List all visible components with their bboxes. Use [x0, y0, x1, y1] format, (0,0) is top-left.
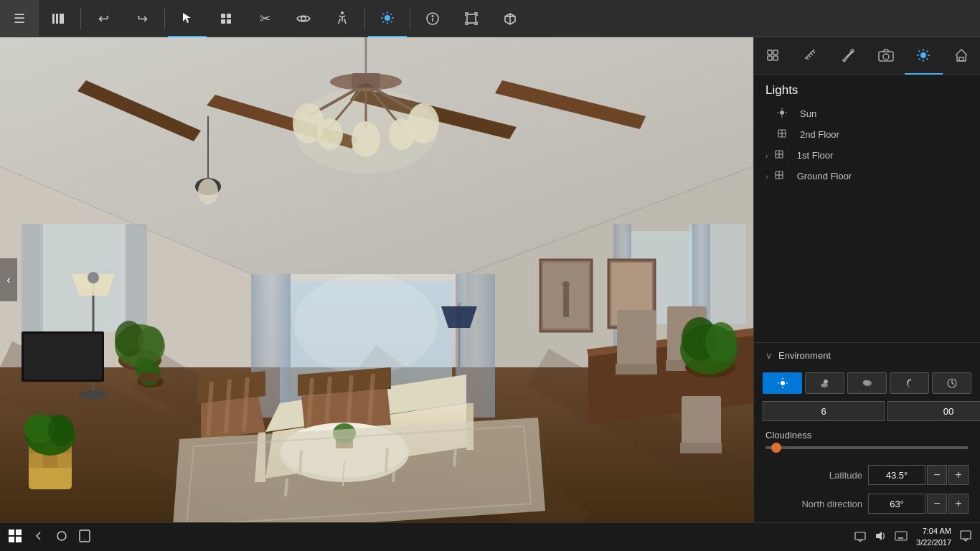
svg-rect-197	[961, 531, 971, 539]
time-hour-input[interactable]	[763, 401, 885, 421]
time-minute-input[interactable]	[887, 401, 980, 421]
svg-rect-181	[16, 537, 22, 542]
north-direction-input[interactable]	[868, 494, 925, 514]
svg-line-148	[927, 58, 928, 60]
keyboard-icon[interactable]	[895, 531, 908, 543]
time-input-row	[754, 398, 980, 424]
svg-rect-0	[52, 14, 55, 24]
env-chevron: ∨	[765, 350, 773, 361]
fullscreen-icon[interactable]	[452, 0, 491, 37]
panel-camera-icon[interactable]	[867, 37, 905, 75]
time-btn-clock[interactable]	[932, 372, 971, 394]
scissors-icon[interactable]: ✂	[245, 0, 284, 37]
svg-marker-3	[183, 13, 191, 23]
eye-icon[interactable]	[284, 0, 323, 37]
latitude-row: Latitude − +	[754, 461, 980, 489]
svg-rect-122	[616, 364, 657, 375]
cloudiness-label: Cloudiness	[765, 430, 969, 441]
svg-point-174	[863, 380, 869, 385]
system-clock[interactable]: 7:04 AM 3/22/2017	[916, 526, 951, 548]
svg-rect-7	[227, 19, 231, 24]
svg-line-15	[383, 13, 385, 14]
svg-rect-5	[227, 14, 231, 18]
light-item-sun[interactable]: Sun	[754, 103, 980, 124]
environment-header[interactable]: ∨ Environment	[754, 343, 980, 368]
taskbar-left	[0, 529, 99, 545]
floor-light-icon-2	[777, 128, 787, 141]
light-item-1st-floor[interactable]: › 1st Floor	[754, 145, 980, 166]
time-btn-night[interactable]	[890, 372, 929, 394]
floor-light-icon-ground	[774, 170, 784, 182]
latitude-plus-button[interactable]: +	[948, 465, 969, 485]
viewport[interactable]: ‹	[0, 37, 753, 522]
notifications-icon[interactable]	[854, 530, 866, 544]
cloudiness-slider-track[interactable]	[765, 446, 969, 449]
sun-light-icon	[777, 108, 787, 120]
panel-sun-icon[interactable]	[905, 37, 943, 75]
top-toolbar: ☰ ↩ ↪ ✂	[0, 0, 980, 37]
svg-rect-137	[768, 56, 772, 60]
light-item-ground-floor[interactable]: › Ground Floor	[754, 166, 980, 187]
svg-rect-125	[682, 396, 721, 446]
left-nav-arrow[interactable]: ‹	[0, 258, 17, 301]
north-direction-minus-button[interactable]: −	[927, 494, 947, 514]
menu-icon[interactable]: ☰	[0, 0, 39, 37]
expand-arrow-1st: ›	[765, 151, 768, 160]
svg-rect-1	[56, 14, 58, 24]
svg-rect-178	[9, 529, 14, 535]
north-direction-plus-button[interactable]: +	[948, 494, 969, 514]
svg-point-73	[562, 281, 570, 288]
svg-point-67	[88, 272, 99, 283]
action-center-icon[interactable]	[960, 530, 971, 544]
time-btn-cloudy[interactable]	[847, 372, 887, 394]
svg-point-60	[294, 88, 438, 174]
panel-home-icon[interactable]	[943, 37, 981, 75]
latitude-minus-button[interactable]: −	[927, 465, 947, 485]
cube-icon[interactable]	[491, 0, 529, 37]
select-icon[interactable]	[168, 0, 207, 37]
light-item-2nd-floor[interactable]: 2nd Floor	[754, 124, 980, 145]
svg-line-150	[919, 58, 920, 60]
2nd-floor-label: 2nd Floor	[800, 129, 839, 140]
toolbar-sep-1	[80, 8, 81, 29]
latitude-input[interactable]	[868, 465, 925, 485]
undo-icon[interactable]: ↩	[84, 0, 123, 37]
panel-tools-icon[interactable]	[754, 37, 792, 75]
svg-line-147	[919, 50, 920, 52]
svg-rect-180	[9, 537, 14, 542]
library-icon[interactable]	[39, 0, 77, 37]
right-panel: Lights Sun 2nd Floor ›	[753, 37, 980, 522]
back-button[interactable]	[33, 530, 44, 545]
volume-icon[interactable]	[875, 530, 886, 544]
room-scene	[0, 37, 753, 522]
cloudiness-thumb[interactable]	[771, 443, 781, 453]
start-button[interactable]	[9, 529, 22, 545]
sun-toolbar-icon[interactable]	[368, 0, 407, 37]
toolbar-sep-2	[164, 8, 165, 29]
svg-point-141	[883, 54, 889, 60]
svg-point-93	[48, 415, 74, 446]
circle-button[interactable]	[56, 530, 67, 545]
sun-light-label: Sun	[800, 108, 816, 119]
svg-line-16	[391, 21, 392, 22]
svg-rect-136	[773, 50, 778, 55]
panel-spacer	[754, 187, 980, 342]
svg-rect-121	[617, 310, 656, 367]
north-direction-label: North direction	[765, 499, 862, 509]
panel-measure-icon[interactable]	[792, 37, 830, 75]
panel-paint-icon[interactable]	[829, 37, 867, 75]
objects-icon[interactable]	[207, 0, 245, 37]
svg-point-142	[920, 52, 926, 58]
environment-label: Environment	[778, 350, 831, 361]
redo-icon[interactable]: ↪	[123, 0, 161, 37]
time-preset-buttons	[754, 368, 980, 398]
svg-rect-135	[768, 50, 772, 55]
latitude-label: Latitude	[765, 470, 862, 481]
time-btn-partly-cloudy[interactable]	[805, 372, 844, 394]
clock-date: 3/22/2017	[916, 537, 951, 548]
info-icon[interactable]	[413, 0, 452, 37]
tablet-mode-button[interactable]	[79, 529, 90, 545]
taskbar: 7:04 AM 3/22/2017	[0, 522, 980, 551]
time-btn-clear[interactable]	[763, 372, 802, 394]
walk-icon[interactable]	[323, 0, 362, 37]
